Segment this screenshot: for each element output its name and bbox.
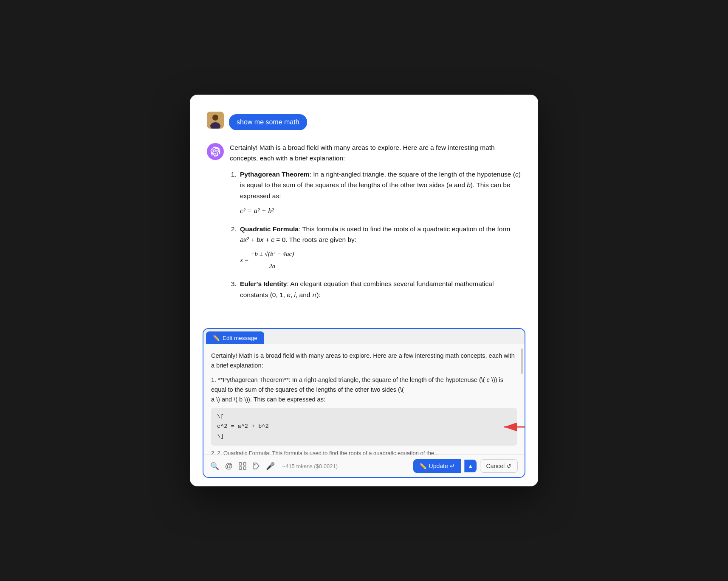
code-line-3: \] [217,432,511,441]
formula-2: x = −b ± √(b² − 4ac) 2a [240,249,521,272]
avatar [207,112,224,129]
item-title: Pythagorean Theorem [240,171,310,178]
svg-rect-4 [239,463,242,465]
update-label: Update ↵ [429,463,455,469]
item-text: Pythagorean Theorem: In a right-angled t… [240,171,521,199]
edit-content-intro: Certainly! Math is a broad field with ma… [211,351,517,370]
toolbar-right: ✏️ Update ↵ ▲ Cancel ↺ [413,459,518,473]
edit-tab[interactable]: ✏️ Edit message [206,331,264,344]
ai-avatar [207,143,224,160]
edit-textarea[interactable]: Certainly! Math is a broad field with ma… [203,344,525,455]
cancel-label: Cancel ↺ [486,463,511,469]
list-item: Quadratic Formula: This formula is used … [238,224,521,272]
update-button[interactable]: ✏️ Update ↵ [413,459,461,473]
formula-1: c² = a² + b² [240,205,521,217]
ai-response-content: Certainly! Math is a broad field with ma… [230,142,521,307]
item-text: Quadratic Formula: This formula is used … [240,225,510,244]
tag-icon[interactable] [252,462,260,470]
code-line-1: \[ [217,412,511,422]
pencil-icon: ✏️ [213,334,220,341]
search-icon[interactable]: 🔍 [210,462,219,471]
grid-icon[interactable] [239,462,246,470]
ai-intro: Certainly! Math is a broad field with ma… [230,142,521,164]
code-line-2: c^2 = a^2 + b^2 [217,422,511,432]
list-item: Euler's Identity: An elegant equation th… [238,278,521,300]
edit-tab-label: Edit message [223,335,257,341]
code-block-container: \[ c^2 = a^2 + b^2 \] [211,408,517,446]
edit-content-body: 1. **Pythagorean Theorem**: In a right-a… [211,375,517,405]
red-arrow-icon [496,416,525,438]
edit-toolbar: 🔍 @ 🎤 ~415 tokens ($0.0021) [203,455,525,477]
svg-rect-5 [243,463,246,465]
user-message-text: show me some math [237,118,299,126]
svg-point-1 [212,115,218,121]
latex-code-block[interactable]: \[ c^2 = a^2 + b^2 \] [211,408,517,446]
user-bubble: show me some math [229,114,307,130]
cancel-button[interactable]: Cancel ↺ [480,459,518,473]
tokens-label: ~415 tokens ($0.0021) [282,463,338,469]
chevron-up-icon: ▲ [468,463,473,469]
svg-rect-7 [243,467,246,469]
edit-content-continued: 2. 2. Quadratic Formula: This formula is… [211,449,517,455]
edit-panel: ✏️ Edit message Certainly! Math is a bro… [203,328,525,478]
at-icon[interactable]: @ [225,462,233,471]
user-message-row: show me some math [207,112,521,130]
update-chevron-button[interactable]: ▲ [464,460,477,472]
item-text: Euler's Identity: An elegant equation th… [240,280,494,298]
list-item: Pythagorean Theorem: In a right-angled t… [238,169,521,217]
mic-icon[interactable]: 🎤 [266,462,275,471]
svg-point-8 [254,464,255,466]
item-title: Euler's Identity [240,280,287,287]
chat-window: show me some math Certainly! Math is a b… [190,95,538,487]
item-title: Quadratic Formula [240,225,299,233]
svg-rect-6 [239,467,242,469]
ai-items-list: Pythagorean Theorem: In a right-angled t… [238,169,521,300]
edit-tab-bar: ✏️ Edit message [203,329,525,344]
pencil-icon-btn: ✏️ [419,463,426,469]
scrollbar[interactable] [521,348,523,374]
chat-area: show me some math Certainly! Math is a b… [190,95,538,324]
ai-message-row: Certainly! Math is a broad field with ma… [207,142,521,307]
